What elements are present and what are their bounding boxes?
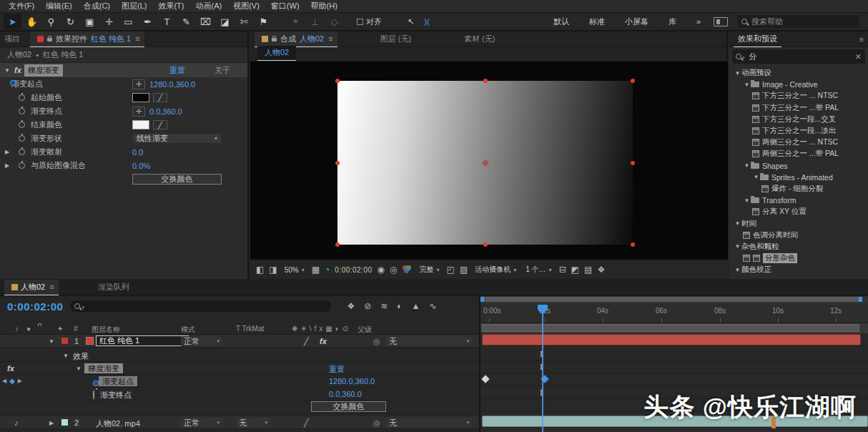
parent-column-header[interactable]: 父级: [357, 325, 372, 335]
point-control-icon[interactable]: ✛: [132, 107, 145, 117]
puppet-pin-tool[interactable]: ⚑: [255, 14, 272, 29]
align-checkbox[interactable]: [357, 19, 363, 25]
help-search[interactable]: 搜索帮助: [738, 15, 859, 28]
handle-top-center[interactable]: [483, 79, 488, 83]
point-control-icon[interactable]: ✛: [132, 79, 145, 89]
keyframe-diamond[interactable]: [481, 375, 489, 383]
snapshot-icon[interactable]: ◉: [378, 265, 385, 275]
effect-item[interactable]: 分形杂色: [729, 252, 868, 264]
swap-colors-button[interactable]: 交换颜色: [311, 401, 386, 412]
folder-item[interactable]: ▼Image - Creative: [729, 79, 868, 90]
navigator-end-handle[interactable]: [859, 297, 862, 302]
flowchart-icon[interactable]: ❖: [597, 265, 605, 275]
menu-视图(V)[interactable]: 视图(V): [227, 1, 265, 11]
eraser-tool[interactable]: ◪: [216, 14, 234, 29]
tab-effect-controls[interactable]: 效果控件 红色 纯色 1 ≡: [30, 31, 144, 47]
transparency-grid-icon[interactable]: ▨: [460, 265, 468, 275]
snap-cursor-icon[interactable]: ↖: [408, 17, 414, 26]
track-gradient-ramp[interactable]: I: [480, 360, 868, 373]
pixel-aspect-icon[interactable]: ⊟: [559, 265, 566, 275]
property-row-与原始图像混合[interactable]: ▶与原始图像混合0.0%: [0, 159, 247, 172]
folder-item[interactable]: ▼Sprites - Animated: [729, 172, 868, 183]
comp-view-tab[interactable]: 人物02: [257, 46, 296, 61]
comp-viewport[interactable]: [250, 62, 728, 259]
magnification-dropdown[interactable]: 50%▾: [282, 265, 307, 275]
camera-tool[interactable]: ▣: [81, 14, 99, 29]
resolution-dropdown[interactable]: 完整▾: [418, 264, 442, 275]
menu-编辑(E)[interactable]: 编辑(E): [40, 1, 78, 11]
pan-behind-tool[interactable]: ✛: [100, 14, 118, 29]
selection-tool[interactable]: ➤: [4, 14, 21, 29]
quality-switch[interactable]: ╱: [304, 337, 309, 346]
mini-timeline-icon[interactable]: ▤: [584, 265, 592, 275]
blend-mode-dropdown[interactable]: 正常▾: [181, 418, 222, 428]
preset-item[interactable]: 两侧三分之一 ... NTSC: [729, 137, 868, 148]
menu-合成(C)[interactable]: 合成(C): [78, 1, 116, 11]
trkmat-dropdown[interactable]: 无▾: [236, 418, 270, 428]
keyframe-navigator[interactable]: ◀ ◆ ▶: [2, 377, 22, 385]
layer-row-2[interactable]: ♪ ▶ 2 人物02. mp4 正常▾ 无▾ ╱ ◎ 无▾: [0, 416, 479, 429]
workspace-overflow[interactable]: »: [696, 17, 701, 26]
index-column-header[interactable]: #: [74, 325, 78, 333]
eyedropper-icon[interactable]: ╱: [153, 93, 167, 102]
reset-effect-link[interactable]: 重置: [169, 65, 185, 76]
twirl-open-icon[interactable]: ▼: [734, 267, 741, 273]
work-area[interactable]: [480, 323, 868, 333]
keyframe-toggle-icon[interactable]: ◆: [9, 377, 15, 385]
viewer-options-icon[interactable]: ◨: [269, 265, 277, 275]
swap-colors-button[interactable]: 交换颜色: [132, 174, 222, 185]
ramp-start-label-selected[interactable]: 渐变起点: [99, 376, 137, 386]
twirl-open-icon[interactable]: ▼: [734, 243, 741, 250]
hide-shy-icon[interactable]: ⊘: [364, 301, 371, 311]
twirl-closed-icon[interactable]: ▶: [47, 420, 56, 426]
tab-layer[interactable]: 图层 (无): [380, 34, 411, 44]
folder-item[interactable]: ▼Shapes: [729, 160, 868, 172]
camera-view-dropdown[interactable]: 活动摄像机▾: [473, 264, 518, 275]
property-row-渐变起点[interactable]: 渐变起点✛1280.0,360.0: [0, 77, 247, 91]
timeline-search-field[interactable]: ▾: [70, 300, 331, 312]
about-effect-link[interactable]: 关于: [214, 65, 230, 76]
category-item[interactable]: ▼颜色校正: [729, 264, 868, 275]
layer1-duration-bar[interactable]: [482, 334, 861, 345]
solo-column-icon[interactable]: ●: [26, 325, 31, 333]
axis-mode-world-icon[interactable]: ⊥: [306, 14, 324, 29]
parent-pickwhip-icon[interactable]: ◎: [373, 337, 380, 346]
handle-top-left[interactable]: [335, 79, 340, 83]
parent-pickwhip-icon[interactable]: ◎: [373, 418, 380, 428]
category-item[interactable]: ▼动画预设: [729, 67, 868, 79]
layer-name[interactable]: 人物02. mp4: [96, 418, 140, 429]
twirl-open-icon[interactable]: ▼: [752, 174, 760, 180]
panel-menu-icon[interactable]: ≡: [328, 34, 332, 43]
tab-project[interactable]: 项目: [4, 34, 20, 44]
preset-item[interactable]: 下方三分之一 ...带 PAL: [729, 102, 868, 114]
handle-bottom-left[interactable]: [335, 242, 340, 247]
handle-mid-left[interactable]: [335, 161, 340, 165]
type-tool[interactable]: T: [158, 14, 176, 29]
workspace-标准[interactable]: 标准: [589, 16, 605, 27]
effects-search-field[interactable]: ▾ 分 ✕: [732, 49, 865, 64]
preset-item[interactable]: 爆炸 - 细胞分裂: [729, 183, 868, 195]
label-column-icon[interactable]: ✦: [57, 325, 63, 333]
preview-timecode[interactable]: 0:00:02:00: [335, 266, 372, 274]
property-row-渐变终点[interactable]: 渐变终点✛0.0,360.0: [0, 104, 247, 118]
layer-name-field[interactable]: 红色 纯色 1: [96, 335, 189, 346]
stopwatch-icon[interactable]: [19, 94, 25, 101]
preset-item[interactable]: 分离 XY 位置: [729, 206, 868, 217]
stopwatch-icon[interactable]: [19, 135, 25, 142]
workspace-默认[interactable]: 默认: [553, 16, 569, 27]
twirl-open-icon[interactable]: ▼: [61, 353, 70, 359]
property-row-起始颜色[interactable]: 起始颜色╱: [0, 91, 247, 104]
playhead-line[interactable]: [542, 313, 543, 432]
tab-footage[interactable]: 素材 (无): [464, 34, 495, 44]
track-ramp-start[interactable]: [480, 373, 868, 386]
twirl-open-icon[interactable]: ▼: [3, 67, 11, 74]
pen-tool[interactable]: ✒: [139, 14, 157, 29]
ramp-shape-dropdown[interactable]: 线性渐变▾: [132, 133, 222, 144]
menu-窗口(W)[interactable]: 窗口(W): [265, 1, 305, 11]
effect-name[interactable]: 梯度渐变: [24, 64, 63, 77]
eyedropper-icon[interactable]: ╱: [153, 120, 167, 129]
twirl-open-icon[interactable]: ▼: [47, 338, 56, 345]
tab-timeline-comp[interactable]: 人物02 ≡: [4, 280, 59, 295]
lock-icon[interactable]: [272, 38, 277, 41]
folder-item[interactable]: ▼Transform: [729, 195, 868, 206]
